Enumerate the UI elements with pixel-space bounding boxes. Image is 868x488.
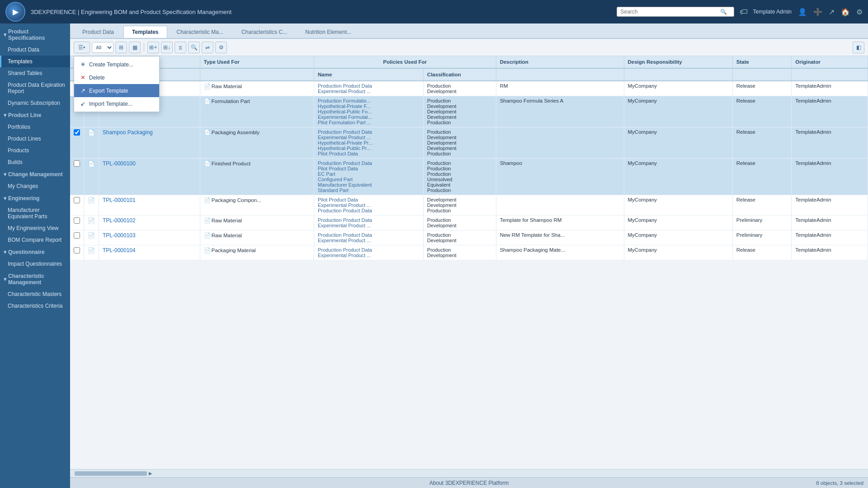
title-link[interactable]: TPL-0000103 [103, 232, 136, 239]
search-object-button[interactable]: 🔍 [188, 42, 200, 53]
title-link[interactable]: TPL-0000101 [103, 197, 136, 203]
row-title[interactable]: TPL-0000103 [99, 230, 200, 245]
add-filter-button[interactable]: ⊞↓ [161, 42, 173, 53]
search-bar[interactable]: 🔍 [617, 7, 734, 17]
sidebar-item-characteristics-criteria[interactable]: Characteristics Criteria [0, 300, 70, 312]
row-state: Release [732, 245, 792, 260]
row-policies: Production Product DataExperimental Prod… [314, 127, 423, 159]
row-checkbox[interactable] [74, 160, 80, 167]
dropdown-export-template[interactable]: ↗ Export Template [74, 84, 159, 97]
row-title[interactable]: TPL-0000101 [99, 195, 200, 216]
row-checkbox[interactable] [74, 232, 80, 239]
menu-button[interactable]: ☰ ▾ [74, 42, 90, 53]
row-classifications: ProductionDevelopmentDevelopmentDevelopm… [423, 127, 496, 159]
table-row: 📄Shampoo RM📄Raw MaterialProduction Produ… [70, 81, 868, 96]
bookmark-icon[interactable]: 🏷 [740, 7, 748, 17]
row-doc-icon: 📄 [84, 127, 99, 159]
sidebar-section-questionnaire[interactable]: ▾ Questionnaire [0, 246, 70, 258]
row-title[interactable]: TPL-0000104 [99, 245, 200, 260]
col-design-resp: Design Responsibility [624, 56, 732, 68]
sidebar-section-characteristic-mgmt[interactable]: ▾ Characteristic Management [0, 270, 70, 288]
sidebar-item-mfr-equiv[interactable]: Manufacturer Equivalent Parts [0, 204, 70, 222]
table-subheader-row: Name Classification [70, 68, 868, 81]
search-input[interactable] [621, 9, 720, 15]
filter-button[interactable]: ⧖ [175, 42, 186, 53]
title-link[interactable]: TPL-0000104 [103, 247, 136, 253]
tile-button[interactable]: ▦ [129, 42, 141, 53]
tab-templates[interactable]: Templates [123, 26, 167, 38]
row-title[interactable]: TPL-0000100 [99, 159, 200, 195]
move-button[interactable]: ⇌ [202, 42, 213, 53]
home-icon[interactable]: 🏠 [841, 8, 850, 16]
title-link[interactable]: Shampoo Packaging [103, 129, 153, 136]
row-checkbox[interactable] [74, 129, 80, 136]
row-classifications: ProductionProductionProductionUnresolved… [423, 159, 496, 195]
row-description [496, 195, 624, 216]
scroll-right-arrow[interactable]: ▶ [149, 471, 152, 476]
tab-characteristics-c[interactable]: Characteristics C... [233, 26, 296, 38]
title-link[interactable]: TPL-0000100 [103, 160, 136, 167]
user-avatar-icon[interactable]: 👤 [798, 8, 807, 16]
dropdown-import-template[interactable]: ↙ Import Template... [74, 97, 159, 110]
sidebar-item-eng-view[interactable]: My Engineering View [0, 222, 70, 234]
search-object-icon: 🔍 [191, 44, 198, 51]
row-originator: TemplateAdmin [792, 127, 868, 159]
row-policies: Production Product DataExperimental Prod… [314, 230, 423, 245]
sidebar-item-characteristic-masters[interactable]: Characteristic Masters [0, 288, 70, 300]
sidebar-item-my-changes[interactable]: My Changes [0, 180, 70, 192]
row-type: 📄Raw Material [200, 81, 314, 96]
sidebar-section-change-management[interactable]: ▾ Change Management [0, 168, 70, 180]
add-icon[interactable]: ➕ [813, 8, 822, 16]
view-button[interactable]: ⊞ [115, 42, 127, 53]
logo[interactable]: ▶ [5, 2, 25, 22]
toolbar-divider-1 [144, 43, 144, 52]
row-checkbox[interactable] [74, 247, 80, 253]
dropdown-delete[interactable]: ✕ Delete [74, 71, 159, 84]
sidebar-item-expiration-report[interactable]: Product Data Expiration Report [0, 79, 70, 97]
row-type: 📄Finished Product [200, 159, 314, 195]
tab-characteristic-ma[interactable]: Characteristic Ma... [168, 26, 232, 38]
sidebar-section-product-specifications[interactable]: ▾ Product Specifications [0, 25, 70, 44]
share-icon[interactable]: ↗ [829, 8, 835, 16]
settings-icon[interactable]: ⚙ [856, 8, 863, 16]
app-title: 3DEXPERIENCE | Engineering BOM and Produ… [31, 9, 611, 15]
right-toolbar-action[interactable]: ◧ [853, 42, 864, 53]
sidebar-item-portfolios[interactable]: Portfolios [0, 121, 70, 133]
row-design-resp: MyCompany [624, 81, 732, 96]
sidebar-item-product-data[interactable]: Product Data [0, 44, 70, 56]
chevron-down-icon-4: ▾ [4, 195, 6, 202]
sidebar-item-dynamic-subscription[interactable]: Dynamic Subscription [0, 97, 70, 109]
filter-select[interactable]: All Mine [92, 42, 113, 53]
horizontal-scrollbar[interactable] [75, 471, 147, 476]
row-design-resp: MyCompany [624, 216, 732, 230]
row-originator: TemplateAdmin [792, 96, 868, 127]
sidebar-item-bom-compare[interactable]: BOM Compare Report [0, 234, 70, 246]
row-title[interactable]: TPL-0000102 [99, 216, 200, 230]
sub-col-orig [792, 68, 868, 81]
row-originator: TemplateAdmin [792, 245, 868, 260]
table-row: 📄TPL-0000102📄Raw MaterialProduction Prod… [70, 216, 868, 230]
sidebar-section-engineering[interactable]: ▾ Engineering [0, 192, 70, 204]
tab-product-data[interactable]: Product Data [74, 26, 123, 38]
topbar-right: Template Admin 👤 ➕ ↗ 🏠 ⚙ [753, 8, 863, 16]
row-checkbox[interactable] [74, 197, 80, 203]
sidebar-item-builds[interactable]: Builds [0, 156, 70, 168]
add-row-button[interactable]: ⊞+ [147, 42, 159, 53]
dropdown-create-template[interactable]: ✳ Create Template... [74, 58, 159, 71]
sidebar-section-product-line[interactable]: ▾ Product Line [0, 109, 70, 121]
col-description: Description [496, 56, 624, 68]
about-platform[interactable]: About 3DEXPERIENCE Platform [429, 480, 509, 486]
sidebar-item-impact-questionnaires[interactable]: Impact Questionnaires [0, 258, 70, 270]
row-title[interactable]: Shampoo Packaging [99, 127, 200, 159]
title-link[interactable]: TPL-0000102 [103, 217, 136, 224]
row-checkbox[interactable] [74, 217, 80, 224]
tab-nutrition-element[interactable]: Nutrition Element... [297, 26, 360, 38]
right-action-button[interactable]: ◧ [853, 42, 864, 53]
row-design-resp: MyCompany [624, 230, 732, 245]
sidebar-item-shared-tables[interactable]: Shared Tables [0, 67, 70, 79]
tools-button[interactable]: ⚙ [215, 42, 227, 53]
sidebar-item-templates[interactable]: Templates [0, 56, 70, 67]
row-description [496, 127, 624, 159]
sidebar-item-products[interactable]: Products [0, 145, 70, 156]
sidebar-item-product-lines[interactable]: Product Lines [0, 133, 70, 145]
